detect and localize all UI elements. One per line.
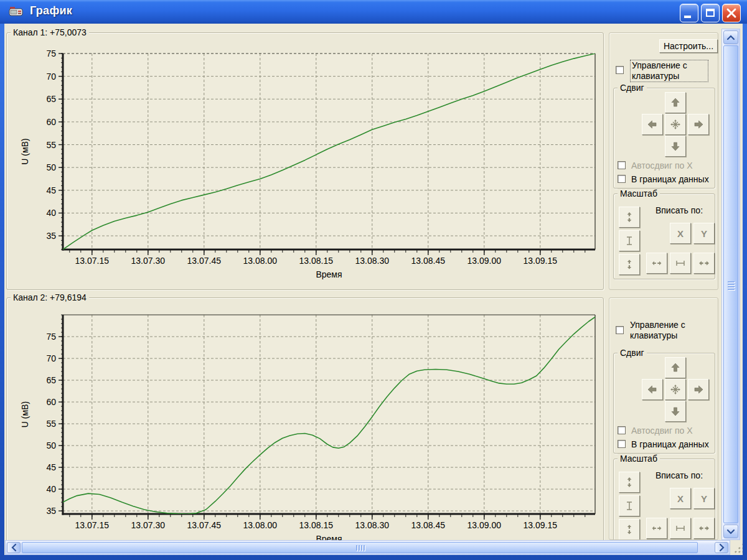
svg-text:Время: Время (316, 534, 342, 540)
zoom-out-y-button[interactable] (619, 207, 640, 228)
ibeam-horizontal-icon (674, 522, 687, 534)
arrow-up-icon (669, 96, 682, 109)
range-x-button[interactable] (670, 253, 691, 274)
range-y-button[interactable] (619, 230, 640, 251)
range-x-button[interactable] (670, 518, 691, 539)
scroll-down-button[interactable] (723, 525, 738, 538)
vertical-scrollbar[interactable] (721, 29, 740, 540)
arrow-right-icon (692, 383, 705, 396)
svg-text:13.08.45: 13.08.45 (411, 256, 446, 266)
svg-text:60: 60 (46, 117, 56, 127)
svg-text:55: 55 (46, 140, 56, 150)
shift-down-button[interactable] (665, 136, 686, 157)
svg-text:40: 40 (46, 484, 56, 494)
expand-horizontal-icon (698, 257, 710, 269)
contract-horizontal-icon (651, 522, 663, 534)
keyboard-control-line2: клавиатуры (630, 330, 677, 340)
close-button[interactable] (722, 4, 741, 22)
data-bounds-label: В границах данных (631, 439, 709, 450)
shift-left-button[interactable] (642, 379, 663, 400)
arrow-down-icon (669, 405, 682, 418)
data-bounds-checkbox[interactable] (618, 175, 626, 183)
center-reset-icon (669, 383, 682, 396)
center-reset-icon (669, 118, 682, 131)
shift-right-button[interactable] (688, 114, 709, 135)
zoom-in-x-button[interactable] (646, 518, 667, 539)
scroll-left-button[interactable] (7, 542, 21, 553)
minimize-button[interactable] (680, 4, 698, 22)
window-title: График (30, 4, 72, 17)
horizontal-scroll-thumb[interactable] (22, 542, 698, 553)
range-y-button[interactable] (619, 495, 640, 516)
app-window: График Канал 1: +75,0073 13.07.1513.07.3… (0, 0, 747, 560)
channel1-group: Канал 1: +75,0073 13.07.1513.07.3013.07.… (6, 32, 604, 290)
svg-text:35: 35 (46, 231, 56, 241)
svg-text:35: 35 (46, 506, 56, 516)
shift-center-button[interactable] (665, 379, 686, 400)
channel2-group: Канал 2: +79,6194 13.07.1513.07.3013.07.… (6, 297, 604, 555)
svg-text:75: 75 (46, 49, 56, 58)
resize-grip-icon (731, 540, 743, 555)
titlebar[interactable]: График (0, 0, 747, 24)
chevron-down-icon (726, 529, 735, 534)
configure-button[interactable]: Настроить... (659, 39, 718, 53)
client-area: Канал 1: +75,0073 13.07.1513.07.3013.07.… (4, 24, 743, 555)
svg-text:U (мВ): U (мВ) (20, 138, 30, 164)
zoom-in-y-button[interactable] (619, 519, 640, 540)
data-bounds-label: В границах данных (631, 174, 709, 185)
vertical-scroll-thumb[interactable] (723, 45, 738, 523)
keyboard-control-line2: клавиатуры (632, 71, 679, 81)
chevron-up-icon (726, 35, 735, 40)
maximize-button[interactable] (701, 4, 720, 22)
svg-text:13.07.45: 13.07.45 (187, 520, 222, 530)
shift-up-button[interactable] (665, 357, 686, 378)
shift-center-button[interactable] (665, 114, 686, 135)
arrow-left-icon (646, 383, 659, 396)
shift-right-button[interactable] (688, 379, 709, 400)
svg-text:65: 65 (46, 94, 56, 104)
scroll-right-button[interactable] (715, 542, 728, 553)
fit-by-label: Вписать по: (646, 205, 712, 216)
shift-down-button[interactable] (665, 401, 686, 422)
svg-text:70: 70 (46, 72, 56, 82)
scroll-up-button[interactable] (723, 30, 738, 44)
svg-text:13.08.30: 13.08.30 (355, 520, 390, 530)
fit-x-button[interactable]: X (670, 488, 691, 509)
channel2-label: Канал 2: +79,6194 (11, 292, 89, 303)
svg-text:75: 75 (46, 332, 56, 342)
autoshift-x-checkbox[interactable] (618, 161, 626, 169)
channel2-chart[interactable]: 13.07.1513.07.3013.07.4513.08.0013.08.15… (19, 309, 603, 540)
zoom-out-x-button[interactable] (693, 253, 715, 274)
minimize-icon (684, 16, 691, 18)
zoom-out-y-button[interactable] (619, 472, 640, 493)
scale-group-label: Масштаб (618, 454, 660, 464)
svg-text:45: 45 (46, 462, 56, 472)
autoshift-x-checkbox[interactable] (618, 426, 626, 434)
svg-text:13.08.15: 13.08.15 (299, 520, 334, 530)
fit-by-label: Вписать по: (646, 470, 712, 481)
fit-y-button[interactable]: Y (693, 223, 715, 244)
shift-left-button[interactable] (642, 114, 663, 135)
zoom-in-y-button[interactable] (619, 254, 640, 275)
ibeam-vertical-icon (623, 235, 636, 247)
shift-up-button[interactable] (665, 92, 686, 113)
svg-text:13.09.00: 13.09.00 (467, 256, 502, 266)
svg-text:55: 55 (46, 419, 56, 429)
scale-group: Масштаб Вписать по: X Y (613, 194, 715, 279)
svg-text:13.08.15: 13.08.15 (299, 256, 334, 266)
zoom-out-x-button[interactable] (693, 518, 715, 539)
resize-grip[interactable] (731, 540, 743, 555)
data-bounds-checkbox[interactable] (618, 440, 626, 448)
svg-text:13.08.00: 13.08.00 (243, 256, 278, 266)
svg-text:40: 40 (46, 208, 56, 218)
scale-group-label: Масштаб (618, 189, 660, 199)
svg-text:13.07.30: 13.07.30 (131, 256, 166, 266)
zoom-in-x-button[interactable] (646, 253, 667, 274)
horizontal-scrollbar[interactable] (5, 540, 730, 555)
keyboard-control-checkbox[interactable] (616, 66, 624, 74)
autoshift-x-label: Автосдвиг по X (631, 426, 693, 436)
keyboard-control-checkbox[interactable] (616, 326, 624, 334)
channel1-chart[interactable]: 13.07.1513.07.3013.07.4513.08.0013.08.15… (19, 38, 603, 287)
fit-x-button[interactable]: X (670, 223, 691, 244)
fit-y-button[interactable]: Y (693, 488, 715, 509)
